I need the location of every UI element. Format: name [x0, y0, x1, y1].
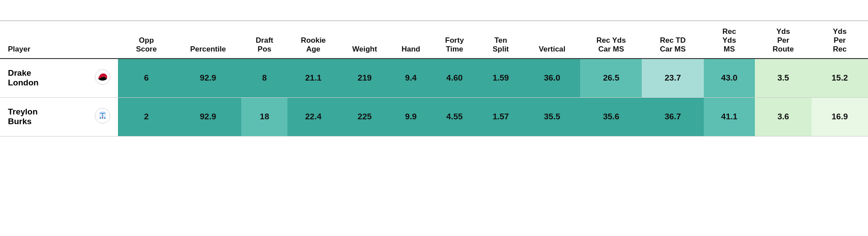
- cell-recyds: 35.6: [580, 97, 642, 136]
- player-name: TreylonBurks: [0, 97, 87, 136]
- cell-draft: 8: [241, 59, 287, 97]
- cell-recyds: 26.5: [580, 59, 642, 97]
- col-header-team: [87, 21, 118, 59]
- col-header-ten: TenSplit: [478, 21, 524, 59]
- cell-opp: 6: [118, 59, 174, 97]
- cell-ten: 1.57: [478, 97, 524, 136]
- cell-pct: 92.9: [175, 59, 242, 97]
- col-header-vert: Vertical: [524, 21, 580, 59]
- cell-ydsprec: 16.9: [812, 97, 868, 136]
- cell-rookie: 21.1: [287, 59, 339, 97]
- cell-recydsms: 43.0: [704, 59, 755, 97]
- col-header-recydsms: RecYdsMS: [704, 21, 755, 59]
- svg-point-1: [103, 74, 104, 76]
- col-header-recyds: Rec YdsCar MS: [580, 21, 642, 59]
- col-header-opp: OppScore: [118, 21, 174, 59]
- table-row: TreylonBurks 292.91822.42259.94.551.5735…: [0, 97, 868, 136]
- titans-logo-icon: [94, 107, 111, 124]
- cell-ten: 1.59: [478, 59, 524, 97]
- falcons-logo-icon: [95, 69, 110, 85]
- col-header-rectd: Rec TDCar MS: [642, 21, 703, 59]
- svg-point-5: [104, 117, 106, 119]
- page-title: [0, 0, 868, 21]
- team-icon: [87, 97, 118, 136]
- cell-weight: 225: [339, 97, 390, 136]
- cell-hand: 9.4: [390, 59, 431, 97]
- svg-point-4: [99, 117, 101, 119]
- cell-rookie: 22.4: [287, 97, 339, 136]
- col-header-player: Player: [0, 21, 87, 59]
- cell-vert: 35.5: [524, 97, 580, 136]
- cell-hand: 9.9: [390, 97, 431, 136]
- cell-recydsms: 41.1: [704, 97, 755, 136]
- cell-rectd: 23.7: [642, 59, 703, 97]
- col-header-hand: Hand: [390, 21, 431, 59]
- player-name: DrakeLondon: [0, 59, 87, 97]
- cell-rectd: 36.7: [642, 97, 703, 136]
- cell-pct: 92.9: [175, 97, 242, 136]
- cell-forty: 4.60: [431, 59, 478, 97]
- col-header-ydsprec: YdsPerRec: [812, 21, 868, 59]
- cell-opp: 2: [118, 97, 174, 136]
- col-header-weight: Weight: [339, 21, 390, 59]
- cell-draft: 18: [241, 97, 287, 136]
- cell-vert: 36.0: [524, 59, 580, 97]
- cell-ydsprec: 15.2: [812, 59, 868, 97]
- col-header-ydsper: YdsPerRoute: [755, 21, 811, 59]
- cell-forty: 4.55: [431, 97, 478, 136]
- team-icon: [87, 59, 118, 97]
- cell-weight: 219: [339, 59, 390, 97]
- col-header-draft: DraftPos: [241, 21, 287, 59]
- cell-ydsper: 3.5: [755, 59, 811, 97]
- col-header-rookie: RookieAge: [287, 21, 339, 59]
- col-header-forty: FortyTime: [431, 21, 478, 59]
- col-header-pct: Percentile: [175, 21, 242, 59]
- table-row: DrakeLondon 692.9821.12199.44.601.5936.0…: [0, 59, 868, 97]
- cell-ydsper: 3.6: [755, 97, 811, 136]
